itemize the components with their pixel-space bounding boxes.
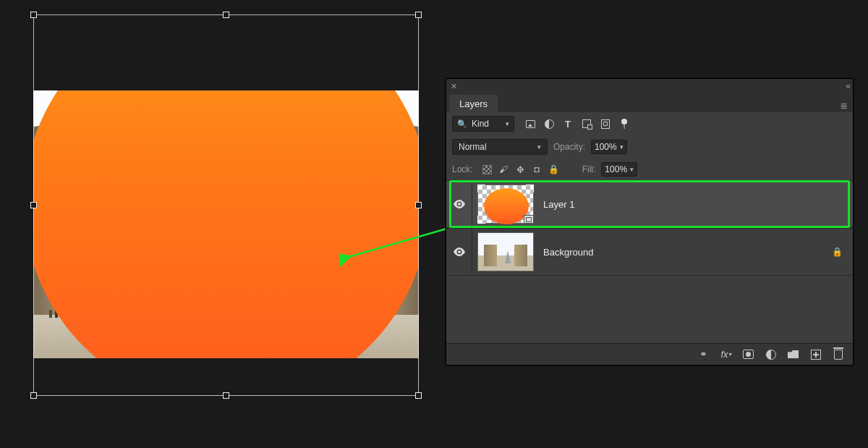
filter-smart-object-icon[interactable] xyxy=(600,118,611,130)
layers-panel-footer: ⚭ fx▾ xyxy=(446,343,853,365)
transform-handle-top-middle[interactable] xyxy=(223,12,229,18)
transform-handle-top-right[interactable] xyxy=(415,12,422,18)
chevron-down-icon: ▾ xyxy=(506,120,509,127)
layer-filter-type-select[interactable]: 🔍 Kind ▾ xyxy=(452,116,514,132)
panel-collapse-icon[interactable]: « xyxy=(846,81,848,91)
layer-name-label[interactable]: Layer 1 xyxy=(539,199,574,210)
panel-close-icon[interactable]: ✕ xyxy=(451,82,457,91)
search-icon: 🔍 xyxy=(457,119,467,129)
svg-point-1 xyxy=(458,203,461,206)
layer-lock-icon[interactable]: 🔒 xyxy=(832,247,853,257)
layers-panel: ✕ « Layers ≡ 🔍 Kind ▾ T Norm xyxy=(446,78,854,365)
svg-point-2 xyxy=(458,250,461,253)
opacity-value: 100% xyxy=(595,142,617,152)
blend-mode-select[interactable]: Normal ▾ xyxy=(452,139,548,155)
transform-handle-bottom-middle[interactable] xyxy=(223,392,229,399)
transform-handle-middle-right[interactable] xyxy=(415,202,422,208)
new-layer-icon[interactable] xyxy=(809,348,822,360)
opacity-input[interactable]: 100% ▾ xyxy=(591,140,627,154)
layer-row-background[interactable]: Background 🔒 xyxy=(446,228,853,276)
chevron-down-icon: ▾ xyxy=(537,143,541,151)
blend-mode-value: Normal xyxy=(459,142,487,152)
link-layers-icon[interactable]: ⚭ xyxy=(697,348,710,360)
new-group-icon[interactable] xyxy=(787,348,799,360)
lock-all-icon[interactable]: 🔒 xyxy=(548,164,559,175)
transform-handle-middle-left[interactable] xyxy=(30,202,37,208)
layers-list: Layer 1 Background 🔒 xyxy=(446,180,853,343)
smart-object-badge-icon xyxy=(524,215,534,224)
filter-shape-layers-icon[interactable] xyxy=(581,118,592,130)
transform-handle-bottom-left[interactable] xyxy=(30,392,37,399)
layers-tab[interactable]: Layers xyxy=(449,95,498,112)
filter-type-layers-icon[interactable]: T xyxy=(562,118,574,130)
free-transform-bounding-box[interactable] xyxy=(33,14,419,396)
transform-handle-bottom-right[interactable] xyxy=(415,392,422,399)
filter-adjustment-layers-icon[interactable] xyxy=(543,118,555,130)
transform-handle-top-left[interactable] xyxy=(30,12,37,18)
filter-pixel-layers-icon[interactable] xyxy=(524,118,536,130)
canvas-area[interactable] xyxy=(33,14,419,396)
lock-transparency-icon[interactable] xyxy=(482,164,493,175)
chevron-down-icon: ▾ xyxy=(630,166,634,173)
layer-fx-icon[interactable]: fx▾ xyxy=(720,348,732,360)
fill-input[interactable]: 100% ▾ xyxy=(601,162,637,177)
new-adjustment-layer-icon[interactable] xyxy=(765,348,777,360)
layer-thumbnail[interactable] xyxy=(477,232,534,271)
opacity-label: Opacity: xyxy=(553,142,585,152)
lock-image-pixels-icon[interactable]: 🖌 xyxy=(498,164,509,175)
panel-flyout-menu-icon[interactable]: ≡ xyxy=(838,101,850,112)
layer-row-layer-1[interactable]: Layer 1 xyxy=(446,180,853,228)
layer-thumbnail[interactable] xyxy=(477,185,534,224)
lock-label: Lock: xyxy=(452,164,473,174)
layer-visibility-toggle[interactable] xyxy=(446,181,472,227)
delete-layer-icon[interactable] xyxy=(832,348,844,360)
layer-filter-type-label: Kind xyxy=(472,119,489,129)
filter-toggle-icon[interactable] xyxy=(618,118,630,130)
fill-value: 100% xyxy=(605,164,627,174)
fill-label: Fill: xyxy=(582,164,596,174)
chevron-down-icon: ▾ xyxy=(620,143,624,151)
add-layer-mask-icon[interactable] xyxy=(742,348,754,360)
layer-visibility-toggle[interactable] xyxy=(446,229,472,275)
layer-name-label[interactable]: Background xyxy=(539,247,593,258)
lock-artboard-icon[interactable]: ◘ xyxy=(532,164,542,175)
lock-position-icon[interactable]: ✥ xyxy=(515,164,526,175)
